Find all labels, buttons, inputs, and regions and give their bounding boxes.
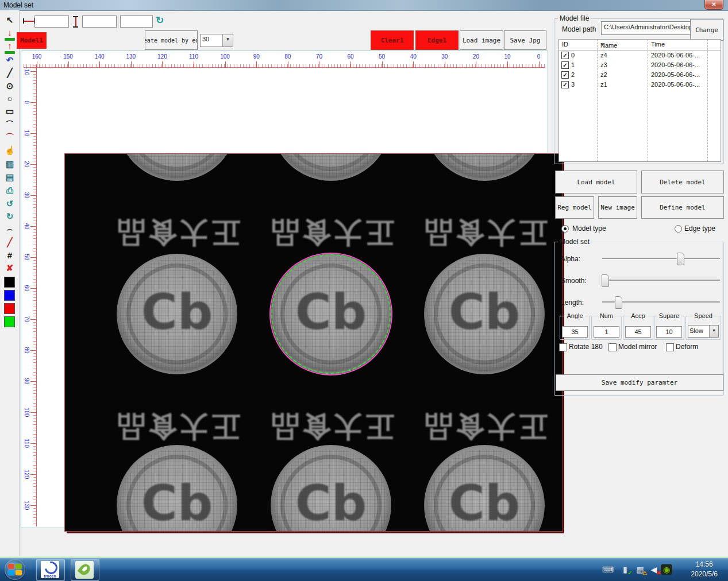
rotate-tool-icon[interactable]: ↺ xyxy=(3,198,17,211)
color-red-swatch[interactable] xyxy=(4,303,15,314)
start-button[interactable] xyxy=(5,559,25,580)
arc-tool-icon[interactable]: ⌒ xyxy=(3,119,17,131)
table-header[interactable]: ID Name▼ Time xyxy=(559,40,721,51)
row-id: 0 xyxy=(571,52,575,59)
rectangle-tool-icon[interactable]: ▭ xyxy=(3,106,17,118)
smooth-label: Smooth: xyxy=(561,277,587,285)
h-ruler-label: 60 xyxy=(347,53,353,60)
h-ruler-label: 100 xyxy=(220,53,230,60)
coin: Cb xyxy=(271,445,391,532)
ellipse-tool-icon[interactable]: ○ xyxy=(3,93,17,106)
delete-model-button[interactable]: Delete model xyxy=(641,171,724,193)
h-ruler-label: 150 xyxy=(63,53,73,60)
volume-tray-icon[interactable]: ◀✖ xyxy=(648,564,660,575)
length-slider-thumb[interactable] xyxy=(615,296,622,309)
create-model-by-edge-button[interactable]: eate model by ed xyxy=(145,30,198,50)
num-input[interactable]: 1 xyxy=(594,326,619,338)
export-model-icon[interactable]: ↑ xyxy=(3,42,17,55)
coin: Cb xyxy=(117,254,237,374)
accp-input[interactable]: 45 xyxy=(625,326,651,338)
row-checkbox[interactable]: ✓ xyxy=(561,71,569,79)
row-checkbox[interactable]: ✓ xyxy=(561,81,569,88)
edge-count-combo[interactable]: 30 ▼ xyxy=(200,34,233,47)
refresh-icon[interactable]: ↻ xyxy=(156,14,164,26)
deform-checkbox[interactable] xyxy=(666,343,674,351)
import-model-icon[interactable]: ↓ xyxy=(3,29,17,41)
define-model-button[interactable]: Define model xyxy=(641,196,724,219)
stamp-tool-icon[interactable]: ⎙ xyxy=(3,185,17,197)
color-green-swatch[interactable] xyxy=(4,316,15,327)
v-ruler-label: 50 xyxy=(24,254,30,260)
camera-image: CbCbCbCbCbCbCbCbCb正大食品正大食品正大食品正大食品正大食品正大… xyxy=(64,153,563,532)
nvidia-tray-icon[interactable]: ◉ xyxy=(661,564,672,575)
load-model-button[interactable]: Load model xyxy=(555,171,637,193)
node-edit-tool-icon[interactable]: ╱ xyxy=(3,237,17,249)
v-ruler-label: 130 xyxy=(24,501,30,510)
v-ruler-label: 0 xyxy=(24,100,30,104)
rotate-180-checkbox[interactable] xyxy=(559,343,567,351)
save-jpg-button[interactable]: Save Jpg xyxy=(504,30,546,50)
supare-input[interactable]: 10 xyxy=(656,326,682,338)
smooth-slider-thumb[interactable] xyxy=(602,274,609,287)
edge-type-radio[interactable] xyxy=(675,225,682,233)
edge1-button[interactable]: Edge1 xyxy=(415,30,459,50)
usb-tray-icon[interactable]: ▮✔ xyxy=(619,564,631,575)
work-canvas[interactable]: 1601501401301201101009080706050403020100… xyxy=(21,51,548,528)
model1-button[interactable]: Model1 xyxy=(17,32,47,49)
close-button[interactable]: ✕ xyxy=(704,0,723,10)
rotate-frame-tool-icon[interactable]: ↻ xyxy=(3,211,17,223)
coin: Cb xyxy=(424,254,545,374)
table-row[interactable]: ✓1z32020-05-06-06-... xyxy=(559,60,721,70)
chevron-down-icon[interactable]: ▼ xyxy=(222,34,233,47)
trocen-label: trocen xyxy=(41,574,59,578)
model-type-radio[interactable] xyxy=(561,225,569,233)
color-blue-swatch[interactable] xyxy=(4,290,15,301)
alpha-slider-thumb[interactable] xyxy=(677,253,684,265)
save-modify-parameter-button[interactable]: Save modify paramter xyxy=(556,374,723,391)
header-id[interactable]: ID xyxy=(562,41,568,48)
delete-tool-icon[interactable]: ✘ xyxy=(3,262,17,275)
angle-input[interactable]: 35 xyxy=(562,326,588,338)
length-slider[interactable] xyxy=(602,301,720,303)
change-path-button[interactable]: Change xyxy=(690,19,723,41)
header-time[interactable]: Time xyxy=(651,41,665,48)
table-row[interactable]: ✓2z22020-05-06-06-... xyxy=(559,70,721,80)
model-mirror-checkbox[interactable] xyxy=(608,343,617,351)
grid-tool-icon[interactable]: # xyxy=(3,250,17,262)
extra-input[interactable] xyxy=(120,16,153,28)
undo-icon[interactable]: ↶ xyxy=(3,55,17,67)
chevron-down-icon[interactable]: ▼ xyxy=(709,326,718,337)
reg-model-button[interactable]: Reg model xyxy=(555,196,594,219)
clear1-button[interactable]: Clear1 xyxy=(371,30,414,50)
mirror-vertical-icon[interactable]: ▥ xyxy=(3,158,17,171)
circle-center-tool-icon[interactable]: ⊙ xyxy=(3,80,17,93)
arc-points-tool-icon[interactable]: ⌒ xyxy=(3,131,17,144)
row-checkbox[interactable]: ✓ xyxy=(561,52,569,59)
height-input[interactable] xyxy=(82,16,117,28)
row-checkbox[interactable]: ✓ xyxy=(561,61,569,69)
curve-tool-icon[interactable]: ⌢ xyxy=(3,223,17,236)
coin-logo-text: Cb xyxy=(295,283,367,340)
table-row[interactable]: ✓0z42020-05-06-06-... xyxy=(559,51,721,60)
network-tray-icon-badge: ⚠ xyxy=(642,570,647,576)
color-black-swatch[interactable] xyxy=(4,277,15,288)
new-image-button[interactable]: New image xyxy=(598,196,637,219)
taskbar-app-coreldraw[interactable] xyxy=(71,559,99,581)
select-pointer-icon[interactable]: ↖ xyxy=(3,14,17,27)
model-path-field[interactable]: C:\Users\Administrator\Desktop xyxy=(601,21,691,35)
keyboard-tray-icon[interactable]: ⌨ xyxy=(602,564,614,575)
angle-label: Angle xyxy=(565,312,584,319)
width-input[interactable] xyxy=(34,16,69,28)
speed-combo[interactable]: Slow ▼ xyxy=(688,325,719,338)
taskbar-app-trocen[interactable]: trocen xyxy=(36,559,65,581)
smooth-slider[interactable] xyxy=(602,280,720,281)
alpha-slider[interactable] xyxy=(602,258,720,259)
mirror-horizontal-icon[interactable]: ▤ xyxy=(3,172,17,184)
network-tray-icon[interactable]: ▦⚠ xyxy=(634,564,646,575)
table-row[interactable]: ✓3z12020-05-06-06-... xyxy=(559,80,721,90)
taskbar-clock[interactable]: 14:56 2020/5/6 xyxy=(691,560,718,579)
line-tool-icon[interactable]: ╱ xyxy=(3,67,17,80)
pan-hand-tool-icon[interactable]: ☝ xyxy=(3,145,17,157)
num-label: Num xyxy=(598,312,615,319)
load-image-button[interactable]: Load image xyxy=(460,30,503,50)
